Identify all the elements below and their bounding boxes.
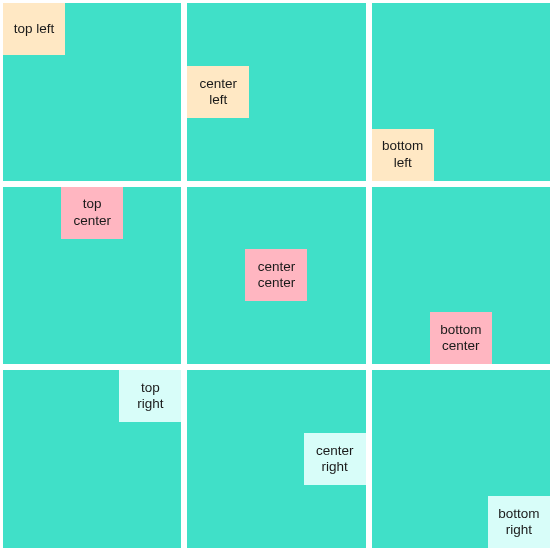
box-bottom-right: bottom right	[488, 496, 550, 548]
cell-center-left: center left	[187, 3, 365, 181]
cell-center-right: center right	[187, 370, 365, 548]
cell-top-center: top center	[3, 187, 181, 365]
cell-bottom-right: bottom right	[372, 370, 550, 548]
box-top-right: top right	[119, 370, 181, 422]
box-bottom-center: bottom center	[430, 312, 492, 364]
alignment-grid: top left center left bottom left top cen…	[0, 0, 553, 551]
cell-center-center: center center	[187, 187, 365, 365]
box-top-left: top left	[3, 3, 65, 55]
box-center-center: center center	[245, 249, 307, 301]
box-top-center: top center	[61, 187, 123, 239]
box-bottom-left: bottom left	[372, 129, 434, 181]
box-center-left: center left	[187, 66, 249, 118]
cell-bottom-center: bottom center	[372, 187, 550, 365]
cell-top-right: top right	[3, 370, 181, 548]
cell-bottom-left: bottom left	[372, 3, 550, 181]
box-center-right: center right	[304, 433, 366, 485]
cell-top-left: top left	[3, 3, 181, 181]
